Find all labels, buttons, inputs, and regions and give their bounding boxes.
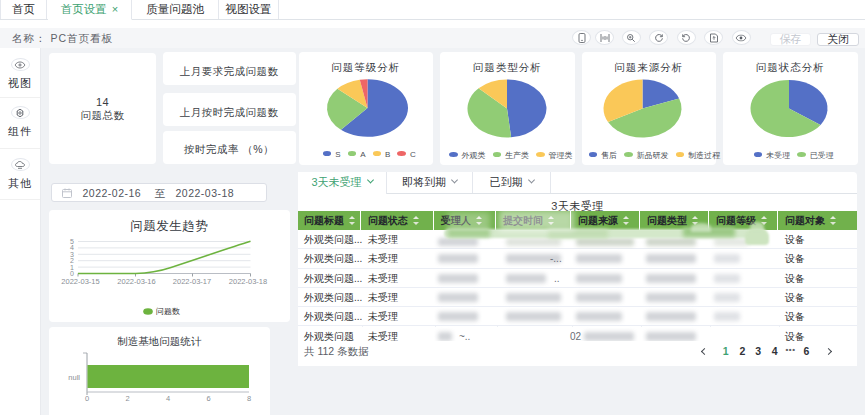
svg-text:6: 6	[206, 394, 210, 403]
svg-text:4: 4	[166, 394, 170, 403]
svg-text:2022-03-16: 2022-03-16	[117, 277, 155, 286]
svg-text:问题数: 问题数	[156, 307, 180, 316]
svg-text:2022-03-18: 2022-03-18	[229, 277, 267, 286]
svg-text:2022-03-15: 2022-03-15	[61, 277, 99, 286]
svg-text:0: 0	[70, 270, 74, 277]
svg-text:null: null	[68, 373, 80, 382]
svg-text:0: 0	[85, 394, 89, 403]
svg-text:2022-03-17: 2022-03-17	[173, 277, 211, 286]
svg-text:8: 8	[247, 394, 251, 403]
svg-text:2: 2	[125, 394, 129, 403]
